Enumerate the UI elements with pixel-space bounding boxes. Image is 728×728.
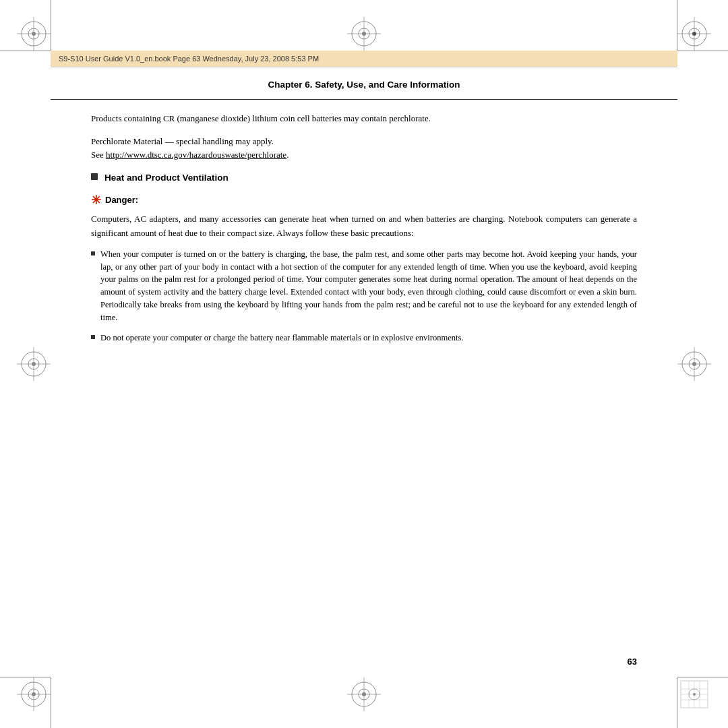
svg-point-33 bbox=[692, 362, 696, 366]
reg-mark-br bbox=[674, 674, 715, 715]
svg-point-38 bbox=[362, 32, 366, 36]
reg-mark-tr bbox=[674, 13, 715, 54]
svg-point-4 bbox=[32, 32, 36, 36]
svg-point-9 bbox=[692, 32, 696, 36]
perchlorate-text-1: Products containing CR (manganese dioxid… bbox=[91, 113, 431, 123]
svg-point-23 bbox=[693, 693, 696, 696]
bullet-icon-1 bbox=[91, 251, 95, 255]
danger-star-icon: ✳ bbox=[91, 194, 101, 206]
section-heading: Heat and Product Ventilation bbox=[91, 171, 637, 185]
danger-intro-text: Computers, AC adapters, and many accesso… bbox=[91, 212, 637, 239]
reg-mark-mr bbox=[674, 344, 715, 384]
section-heading-text: Heat and Product Ventilation bbox=[104, 171, 229, 185]
danger-block: ✳ Danger: Computers, AC adapters, and ma… bbox=[91, 193, 637, 239]
header-text: S9-S10 User Guide V1.0_en.book Page 63 W… bbox=[59, 55, 319, 63]
bullet-list: When your computer is turned on or the b… bbox=[91, 248, 637, 344]
bullet-item-2: Do not operate your computer or charge t… bbox=[91, 332, 637, 344]
perchlorate-post: . bbox=[286, 150, 289, 160]
svg-point-14 bbox=[32, 692, 36, 696]
main-text-area: Products containing CR (manganese dioxid… bbox=[51, 112, 677, 344]
svg-point-28 bbox=[32, 362, 36, 366]
perchlorate-para-1: Products containing CR (manganese dioxid… bbox=[91, 112, 637, 125]
bullet-text-1: When your computer is turned on or the b… bbox=[100, 248, 637, 324]
header-bar: S9-S10 User Guide V1.0_en.book Page 63 W… bbox=[51, 51, 677, 67]
danger-label: ✳ Danger: bbox=[91, 193, 637, 207]
reg-mark-bl bbox=[13, 674, 54, 715]
reg-mark-tm bbox=[344, 13, 384, 54]
page-content: S9-S10 User Guide V1.0_en.book Page 63 W… bbox=[51, 51, 677, 677]
perchlorate-url[interactable]: http://www.dtsc.ca.gov/hazardouswaste/pe… bbox=[106, 150, 286, 160]
bullet-item-1: When your computer is turned on or the b… bbox=[91, 248, 637, 324]
perchlorate-para-2: Perchlorate Material — special handling … bbox=[91, 135, 637, 162]
bullet-text-2: Do not operate your computer or charge t… bbox=[100, 332, 637, 344]
reg-mark-ml bbox=[13, 344, 54, 384]
reg-mark-bm bbox=[344, 674, 384, 715]
bullet-icon-2 bbox=[91, 335, 95, 339]
chapter-title: Chapter 6. Safety, Use, and Care Informa… bbox=[268, 80, 460, 90]
svg-point-43 bbox=[362, 692, 366, 696]
danger-label-text: Danger: bbox=[105, 193, 138, 207]
chapter-heading: Chapter 6. Safety, Use, and Care Informa… bbox=[51, 67, 677, 100]
page-number: 63 bbox=[628, 657, 637, 667]
section-square-icon bbox=[91, 173, 98, 180]
perchlorate-text-2-pre: Perchlorate Material — special handling … bbox=[91, 136, 274, 146]
perchlorate-see: See bbox=[91, 150, 106, 160]
reg-mark-tl bbox=[13, 13, 54, 54]
